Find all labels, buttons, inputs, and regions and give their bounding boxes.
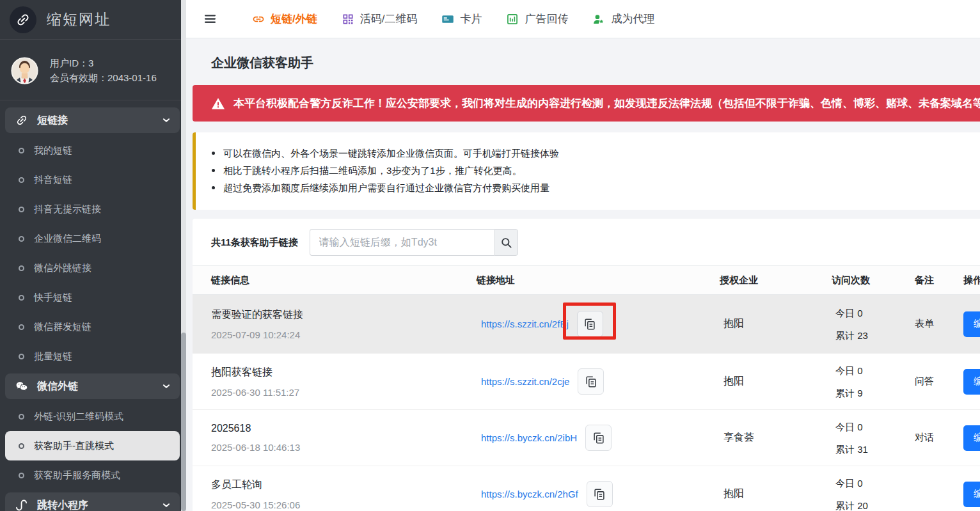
search-icon	[500, 237, 512, 249]
edit-button[interactable]: 编辑	[963, 482, 980, 507]
link-title: 需要验证的获客链接	[211, 308, 477, 322]
nav-tab-label: 活码/二维码	[360, 12, 418, 26]
circle-icon	[19, 207, 24, 212]
column-header: 授权企业	[720, 274, 832, 287]
circle-icon	[19, 148, 24, 153]
link-created-date: 2025-06-18 10:46:13	[211, 442, 477, 453]
short-url-link[interactable]: https://s.szzit.cn/2fBj	[481, 318, 569, 329]
search-button[interactable]	[494, 229, 518, 256]
chevron-down-icon	[162, 501, 171, 510]
sidebar-item-label: 快手短链	[34, 292, 72, 304]
user-panel: 用户ID：3 会员有效期：2043-01-16	[0, 40, 186, 100]
links-card: 共11条获客助手链接 链接信息链接地址授权企业访问次数备注操作 需要验证的获客链…	[193, 219, 980, 511]
tips-card: 可以在微信内、外各个场景一键跳转添加企业微信页面。可手机端打开链接体验相比于跳转…	[193, 132, 980, 210]
page-title: 企业微信获客助手	[193, 38, 980, 85]
search-input[interactable]	[310, 229, 494, 256]
edit-button[interactable]: 编辑	[963, 311, 980, 337]
sidebar-section-label: 短链接	[37, 114, 68, 127]
topbar: 短链/外链 活码/二维码 卡片 广告回传 成为代理	[186, 0, 980, 38]
circle-icon	[19, 324, 24, 330]
link-created-date: 2025-06-30 11:51:27	[211, 387, 477, 398]
nav-tab-label: 成为代理	[611, 12, 654, 26]
copy-button[interactable]	[577, 311, 603, 337]
nav-tab[interactable]: 成为代理	[592, 12, 654, 26]
sidebar-section[interactable]: 微信外链	[5, 373, 180, 399]
top-navigation: 短链/外链 活码/二维码 卡片 广告回传 成为代理	[252, 12, 654, 26]
copy-icon	[592, 487, 606, 501]
copy-button[interactable]	[578, 368, 604, 395]
nav-tab[interactable]: 短链/外链	[252, 12, 317, 26]
tips-list: 可以在微信内、外各个场景一键跳转添加企业微信页面。可手机端打开链接体验相比于跳转…	[212, 145, 980, 196]
menu-toggle-icon[interactable]	[203, 12, 217, 26]
agent-icon	[592, 13, 605, 26]
authorized-company: 抱阳	[720, 487, 832, 501]
sidebar-menu: 短链接 我的短链 抖音短链 抖音无提示链接 企业微信二维码 微信外跳链接 快手短…	[0, 100, 186, 511]
avatar	[10, 56, 39, 85]
sidebar-item-label: 微信外跳链接	[34, 262, 91, 274]
visits-today: 今日 0	[835, 478, 915, 490]
short-url-link[interactable]: https://s.byczk.cn/2hGf	[481, 489, 578, 499]
sidebar-section[interactable]: 跳转小程序	[5, 492, 180, 511]
column-header: 操作	[963, 274, 980, 287]
visits-total: 累计 31	[835, 444, 915, 456]
copy-button[interactable]	[585, 425, 612, 451]
sidebar-item-label: 获客助手服务商模式	[34, 469, 120, 482]
visits-today: 今日 0	[835, 308, 915, 320]
sidebar-header: 缩短网址	[0, 0, 186, 40]
membership-validity: 会员有效期：2043-01-16	[50, 70, 157, 85]
circle-icon	[19, 443, 24, 449]
remark-text: 表单	[915, 318, 963, 330]
sidebar-item-label: 获客助手-直跳模式	[34, 440, 114, 452]
chevron-down-icon	[162, 116, 171, 125]
sidebar-item[interactable]: 微信群发短链	[5, 312, 180, 342]
copy-button[interactable]	[587, 481, 613, 507]
table-body: 需要验证的获客链接 2025-07-09 10:24:24 https://s.…	[193, 295, 980, 511]
sidebar-item[interactable]: 企业微信二维码	[5, 224, 180, 253]
remark-text: 问答	[915, 375, 963, 388]
circle-icon	[19, 473, 24, 478]
sidebar-item-label: 批量短链	[34, 350, 72, 363]
visits-total: 累计 20	[835, 500, 915, 511]
circle-icon	[19, 265, 24, 271]
table-row: 需要验证的获客链接 2025-07-09 10:24:24 https://s.…	[193, 295, 980, 354]
circle-icon	[19, 177, 24, 183]
short-url-link[interactable]: https://s.szzit.cn/2cje	[481, 376, 569, 387]
sidebar-item[interactable]: 抖音无提示链接	[5, 194, 180, 224]
nav-tab[interactable]: 活码/二维码	[342, 12, 418, 26]
edit-button[interactable]: 编辑	[963, 425, 980, 451]
sidebar-item[interactable]: 我的短链	[5, 136, 180, 165]
link-title: 2025618	[211, 423, 477, 434]
user-id: 用户ID：3	[50, 56, 157, 70]
table-row: 抱阳获客链接 2025-06-30 11:51:27 https://s.szz…	[193, 354, 980, 410]
sidebar-item[interactable]: 获客助手-直跳模式	[5, 431, 180, 460]
sidebar-item[interactable]: 微信外跳链接	[5, 253, 180, 283]
links-toolbar: 共11条获客助手链接	[193, 219, 980, 265]
edit-button[interactable]: 编辑	[963, 369, 980, 395]
qr-icon	[342, 13, 354, 26]
nav-tab[interactable]: 卡片	[441, 12, 482, 26]
sidebar-item[interactable]: 批量短链	[5, 342, 180, 371]
nav-tab[interactable]: 广告回传	[506, 12, 568, 26]
app-logo	[10, 6, 36, 33]
circle-icon	[19, 295, 24, 301]
warning-banner: 本平台积极配合警方反诈工作！应公安部要求，我们将对生成的内容进行检测，如发现违反…	[193, 85, 980, 122]
copy-icon	[584, 375, 598, 389]
column-header: 链接地址	[477, 274, 720, 287]
sidebar-item[interactable]: 抖音短链	[5, 165, 180, 194]
sidebar-item[interactable]: 外链-识别二维码模式	[5, 402, 180, 431]
card-icon	[441, 13, 454, 26]
short-url-link[interactable]: https://s.byczk.cn/2ibH	[481, 432, 577, 443]
sidebar-scrollbar-thumb[interactable]	[181, 333, 186, 511]
sidebar-scrollbar[interactable]	[181, 0, 186, 511]
link-created-date: 2025-07-09 10:24:24	[211, 329, 477, 340]
link-created-date: 2025-05-30 15:26:06	[211, 499, 477, 510]
sidebar-section[interactable]: 短链接	[5, 107, 180, 133]
sidebar-item-label: 企业微信二维码	[34, 233, 101, 245]
column-header: 备注	[915, 274, 963, 287]
sidebar-item[interactable]: 获客助手服务商模式	[5, 460, 180, 490]
chevron-down-icon	[162, 382, 171, 391]
table-row: 2025618 2025-06-18 10:46:13 https://s.by…	[193, 410, 980, 466]
app-title: 缩短网址	[47, 10, 111, 29]
main-area: 短链/外链 活码/二维码 卡片 广告回传 成为代理 企业微信获客助手 本平台积极…	[186, 0, 980, 511]
sidebar-item[interactable]: 快手短链	[5, 283, 180, 312]
